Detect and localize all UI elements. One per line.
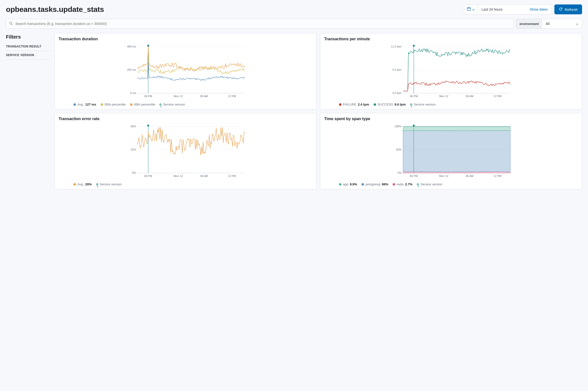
- panel-title: Time spent by span type: [324, 117, 578, 121]
- svg-text:06 AM: 06 AM: [466, 95, 473, 98]
- svg-text:06 PM: 06 PM: [410, 175, 418, 178]
- svg-text:12 PM: 12 PM: [493, 95, 501, 98]
- svg-text:30%: 30%: [130, 125, 136, 128]
- legend-item-svcv[interactable]: Service version: [96, 182, 122, 186]
- filter-service-version[interactable]: SERVICE VERSION: [6, 51, 50, 60]
- legend-item-avg[interactable]: Avg. 20%: [73, 182, 92, 186]
- svg-text:12 PM: 12 PM: [228, 175, 236, 178]
- svg-line-5: [12, 24, 12, 25]
- svg-point-57: [413, 125, 415, 126]
- svg-text:12 PM: 12 PM: [228, 95, 236, 98]
- legend: FAILURE 2.4 tpmSUCCESS 9.6 tpmService ve…: [324, 102, 578, 106]
- legend-item-svcv[interactable]: Service version: [410, 102, 436, 106]
- date-quick-select[interactable]: [464, 5, 477, 14]
- legend-label: 99th percentile: [134, 102, 155, 106]
- legend-label: Avg.: [77, 182, 84, 186]
- legend-label: redis: [397, 182, 404, 186]
- panel-title: Transactions per minute: [324, 37, 578, 41]
- legend-label: 95th percentile: [105, 102, 126, 106]
- filter-transaction-result[interactable]: TRANSACTION RESULT: [6, 42, 50, 51]
- panel-tpm: Transactions per minute 11.0 tpm5.5 tpm0…: [320, 33, 582, 109]
- date-range-picker[interactable]: Last 24 hours Show dates: [464, 4, 552, 14]
- filters-heading: Filters: [6, 34, 50, 40]
- search-input-wrap[interactable]: [6, 19, 514, 29]
- environment-select-value: All: [546, 22, 550, 26]
- legend-label: Service version: [414, 102, 436, 106]
- legend-swatch: [361, 183, 364, 186]
- legend-item-svcv[interactable]: Service version: [159, 102, 185, 106]
- svg-point-4: [10, 22, 12, 24]
- svg-text:Mon 12: Mon 12: [439, 95, 449, 98]
- svg-text:0%: 0%: [132, 171, 136, 174]
- svg-text:400 ms: 400 ms: [127, 45, 136, 48]
- svg-text:06 PM: 06 PM: [410, 95, 418, 98]
- legend-value: 8.9%: [350, 182, 357, 186]
- environment-select[interactable]: environment All: [516, 19, 582, 29]
- svg-text:0.0 tpm: 0.0 tpm: [392, 92, 402, 95]
- chart-error-rate[interactable]: 30%15%0%06 PMMon 1206 AM12 PM: [59, 123, 312, 181]
- legend-swatch: [73, 103, 76, 106]
- refresh-icon: [559, 7, 563, 12]
- legend-label: FAILURE: [343, 102, 356, 106]
- service-version-icon: [417, 183, 419, 185]
- legend-item-p95[interactable]: 95th percentile: [101, 102, 126, 106]
- chevron-down-icon: [576, 22, 578, 26]
- search-icon: [9, 21, 13, 26]
- legend-item-p99[interactable]: 99th percentile: [130, 102, 155, 106]
- page-title: opbeans.tasks.update_stats: [6, 5, 104, 14]
- chart-transaction-duration[interactable]: 400 ms200 ms0 ms06 PMMon 1206 AM12 PM: [59, 43, 312, 100]
- legend-label: Service version: [100, 182, 122, 186]
- show-dates-link[interactable]: Show dates: [530, 7, 548, 11]
- svg-point-44: [147, 125, 149, 126]
- legend-value: 2.7%: [405, 182, 413, 186]
- svg-text:50%: 50%: [396, 148, 402, 151]
- legend-label: postgresql: [365, 182, 380, 186]
- legend-item-failure[interactable]: FAILURE 2.4 tpm: [339, 102, 369, 106]
- panel-span-type: Time spent by span type 100%50%0%06 PMMo…: [320, 113, 582, 189]
- svg-text:15%: 15%: [130, 148, 136, 151]
- legend-item-postgresql[interactable]: postgresql 88%: [361, 182, 388, 186]
- legend-swatch: [73, 183, 76, 186]
- environment-select-label: environment: [516, 19, 542, 28]
- legend-label: Avg.: [77, 102, 84, 106]
- legend-swatch: [130, 103, 132, 106]
- legend-item-avg[interactable]: Avg. 127 ms: [73, 102, 96, 106]
- svg-text:0 ms: 0 ms: [130, 92, 136, 95]
- legend: Avg. 127 ms95th percentile99th percentil…: [59, 102, 312, 106]
- chart-tpm[interactable]: 11.0 tpm5.5 tpm0.0 tpm06 PMMon 1206 AM12…: [324, 43, 578, 100]
- legend-value: 127 ms: [85, 102, 96, 106]
- refresh-button[interactable]: Refresh: [554, 4, 582, 14]
- panel-error-rate: Transaction error rate 30%15%0%06 PMMon …: [54, 113, 317, 189]
- panel-title: Transaction duration: [59, 37, 312, 41]
- search-input[interactable]: [15, 21, 511, 26]
- panel-transaction-duration: Transaction duration 400 ms200 ms0 ms06 …: [54, 33, 317, 109]
- calendar-icon: [467, 7, 471, 12]
- legend-item-app[interactable]: app 8.9%: [339, 182, 357, 186]
- legend-swatch: [339, 103, 342, 106]
- legend-swatch: [393, 183, 395, 186]
- legend: app 8.9%postgresql 88%redis 2.7%Service …: [324, 182, 578, 186]
- svg-rect-0: [467, 8, 470, 11]
- legend: Avg. 20%Service version: [59, 182, 312, 186]
- service-version-icon: [410, 103, 412, 105]
- chart-span-type[interactable]: 100%50%0%06 PMMon 1206 AM12 PM: [324, 123, 578, 181]
- svg-text:0%: 0%: [398, 171, 402, 174]
- svg-text:100%: 100%: [395, 125, 402, 128]
- svg-text:11.0 tpm: 11.0 tpm: [391, 45, 402, 48]
- legend-value: 88%: [382, 182, 388, 186]
- chevron-down-icon: [472, 7, 475, 12]
- legend-item-redis[interactable]: redis 2.7%: [393, 182, 412, 186]
- legend-label: Service version: [163, 102, 185, 106]
- legend-item-success[interactable]: SUCCESS 9.6 tpm: [374, 102, 406, 106]
- svg-text:12 PM: 12 PM: [493, 175, 501, 178]
- legend-item-svcv[interactable]: Service version: [417, 182, 442, 186]
- legend-value: 2.4 tpm: [358, 102, 369, 106]
- svg-text:06 AM: 06 AM: [200, 95, 208, 98]
- svg-text:Mon 12: Mon 12: [174, 95, 183, 98]
- legend-label: app: [343, 182, 349, 186]
- service-version-icon: [159, 103, 161, 105]
- filters-panel: Filters TRANSACTION RESULT SERVICE VERSI…: [6, 33, 50, 189]
- legend-swatch: [339, 183, 342, 186]
- refresh-button-label: Refresh: [565, 7, 578, 12]
- svg-text:06 AM: 06 AM: [466, 175, 473, 178]
